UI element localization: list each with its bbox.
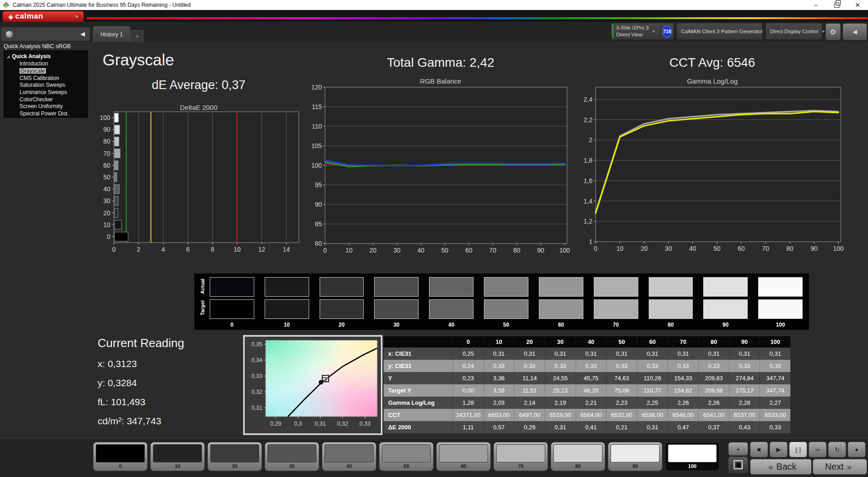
svg-text:10: 10 bbox=[616, 245, 624, 252]
swatch-column-label: 100 bbox=[758, 322, 803, 328]
tree-root-quick-analysis[interactable]: ◢ Quick Analysis bbox=[7, 53, 88, 60]
sidebar-item-screen-uniformity[interactable]: Screen Uniformity bbox=[7, 104, 88, 109]
table-cell: 347,74 bbox=[760, 384, 790, 397]
panel-collapse-button[interactable]: ◀ bbox=[843, 23, 867, 40]
svg-text:0,31: 0,31 bbox=[252, 405, 262, 411]
pattern-level-button-70[interactable]: 70 bbox=[493, 442, 548, 471]
table-cell: 0,47 bbox=[667, 421, 698, 433]
table-cell: 2,23 bbox=[606, 397, 637, 409]
svg-text:90: 90 bbox=[537, 247, 544, 254]
current-reading-title: Current Reading bbox=[98, 336, 184, 350]
de-average-value: dE Average: 0,37 bbox=[93, 78, 304, 92]
svg-text:0: 0 bbox=[323, 247, 327, 254]
svg-text:110: 110 bbox=[312, 123, 322, 130]
meter-selector[interactable]: X-Rite i1Pro 3 Direct View ▼ 718 bbox=[611, 23, 674, 40]
stop-icon: ■ bbox=[757, 446, 761, 453]
knob-button[interactable]: ● bbox=[848, 442, 866, 457]
pattern-level-button-40[interactable]: 40 bbox=[322, 442, 376, 471]
sidebar-collapse-button[interactable]: ◀ bbox=[77, 29, 88, 40]
table-cell: 3,59 bbox=[483, 384, 514, 397]
table-header-cell: 40 bbox=[576, 336, 607, 348]
svg-text:20: 20 bbox=[641, 245, 648, 252]
calman-menu-button[interactable]: ◈ calman ▼ bbox=[2, 11, 84, 22]
pattern-level-button-50[interactable]: 50 bbox=[379, 442, 434, 471]
table-cell: 0,57 bbox=[483, 421, 514, 433]
sidebar-item-label: Screen Uniformity bbox=[20, 104, 63, 109]
pattern-level-button-100[interactable]: 100 bbox=[665, 442, 720, 471]
sidebar-item-grayscale[interactable]: Grayscale bbox=[7, 68, 88, 74]
table-cell: 0,31 bbox=[698, 348, 729, 360]
table-cell: 6519,00 bbox=[545, 409, 576, 421]
svg-text:1,2: 1,2 bbox=[584, 218, 593, 225]
pattern-level-button-30[interactable]: 30 bbox=[265, 442, 319, 471]
meter-mode: Direct View bbox=[616, 31, 649, 38]
pattern-level-button-0[interactable]: 0 bbox=[93, 442, 148, 471]
svg-text:60: 60 bbox=[738, 245, 745, 252]
sidebar-item-label: Saturation Sweeps bbox=[20, 82, 65, 88]
svg-text:10: 10 bbox=[103, 221, 110, 229]
stop-button[interactable]: ■ bbox=[750, 442, 768, 457]
pattern-swatch bbox=[325, 444, 374, 462]
sidebar-item-colorchecker[interactable]: ColorChecker bbox=[7, 97, 88, 103]
sidebar-item-saturation-sweeps[interactable]: Saturation Sweeps bbox=[7, 82, 88, 88]
minimize-button[interactable]: − bbox=[805, 0, 826, 10]
svg-text:0,32: 0,32 bbox=[252, 389, 262, 395]
table-cell: 0,00 bbox=[453, 384, 483, 397]
measurement-table: 0102030405060708090100x: CIE310,250,310,… bbox=[384, 336, 790, 433]
pattern-level-button-10[interactable]: 10 bbox=[150, 442, 205, 471]
target-swatch-30 bbox=[374, 299, 419, 319]
window-pattern-toggle[interactable] bbox=[728, 457, 748, 473]
pattern-level-button-90[interactable]: 90 bbox=[608, 442, 662, 471]
pattern-level-label: 0 bbox=[96, 462, 145, 470]
refresh-button[interactable]: ↻ bbox=[828, 442, 846, 457]
table-cell: 0,33 bbox=[483, 360, 514, 372]
svg-text:1,4: 1,4 bbox=[584, 198, 593, 205]
reading-x: x: 0,3123 bbox=[98, 358, 184, 369]
swatch-column-label: 60 bbox=[539, 322, 583, 328]
continuous-loop-button[interactable]: ∞ bbox=[809, 442, 827, 457]
calman-logo-icon: ◈ bbox=[8, 13, 14, 20]
play-button[interactable]: ▶ bbox=[769, 442, 788, 457]
restore-button[interactable] bbox=[826, 0, 847, 10]
table-cell: 0,33 bbox=[760, 360, 790, 372]
swatch-column-label: 80 bbox=[649, 322, 693, 328]
rgb-balance-line-chart: 0102030405060708090100120115110105100959… bbox=[308, 84, 573, 258]
toolbar-expand-button[interactable]: ▲ bbox=[728, 442, 748, 456]
svg-text:2: 2 bbox=[589, 136, 592, 144]
table-cell: 0,31 bbox=[760, 348, 790, 360]
sidebar-item-luminance-sweeps[interactable]: Luminance Sweeps bbox=[7, 89, 88, 95]
close-button[interactable]: × bbox=[847, 0, 868, 10]
pattern-level-button-20[interactable]: 20 bbox=[207, 442, 262, 471]
next-button[interactable]: Next » bbox=[813, 459, 867, 475]
pattern-level-button-60[interactable]: 60 bbox=[436, 442, 491, 471]
table-row: Target Y0,003,5911,5125,1346,2075,06110,… bbox=[384, 384, 790, 397]
workflow-title: Quick Analysis NBC sRGB bbox=[4, 43, 71, 50]
svg-text:0,3: 0,3 bbox=[294, 421, 302, 427]
back-chevron-icon: « bbox=[768, 462, 773, 472]
svg-text:1,8: 1,8 bbox=[584, 157, 593, 164]
sidebar-item-introduction[interactable]: Introduction bbox=[7, 61, 88, 67]
display-control-selector[interactable]: Direct Display Control ▼ bbox=[765, 23, 823, 40]
actual-swatch-50 bbox=[484, 277, 528, 297]
table-row-label: CCT bbox=[384, 409, 453, 421]
table-header-cell: 100 bbox=[760, 336, 790, 348]
svg-text:0: 0 bbox=[594, 245, 597, 252]
table-cell: 0,31 bbox=[637, 348, 668, 360]
pattern-window-button[interactable]: [·] bbox=[789, 442, 807, 457]
back-button[interactable]: « Back bbox=[750, 459, 812, 475]
sidebar-item-spectral-power-dist[interactable]: Spectral Power Dist. bbox=[7, 111, 88, 117]
tab-history-1[interactable]: History 1 bbox=[93, 26, 130, 42]
add-tab-button[interactable]: + bbox=[131, 30, 143, 42]
table-cell: 1,28 bbox=[453, 397, 483, 409]
pattern-generator-selector[interactable]: CalMAN Client 3 Pattern Generator ▼ bbox=[676, 23, 763, 40]
table-row: CCT24371,006653,006497,006519,006564,006… bbox=[384, 409, 790, 421]
table-cell: 154,33 bbox=[667, 372, 698, 384]
pattern-level-label: 20 bbox=[210, 462, 259, 470]
tree-root-label: Quick Analysis bbox=[12, 53, 51, 60]
table-row-label: Gamma Log/Log bbox=[384, 397, 453, 409]
sidebar-item-cms-calibration[interactable]: CMS Calibration bbox=[7, 75, 88, 81]
svg-text:30: 30 bbox=[394, 247, 401, 254]
pattern-level-button-80[interactable]: 80 bbox=[551, 442, 605, 471]
table-cell: 74,63 bbox=[606, 372, 637, 384]
settings-button[interactable]: ⚙ bbox=[825, 23, 841, 40]
